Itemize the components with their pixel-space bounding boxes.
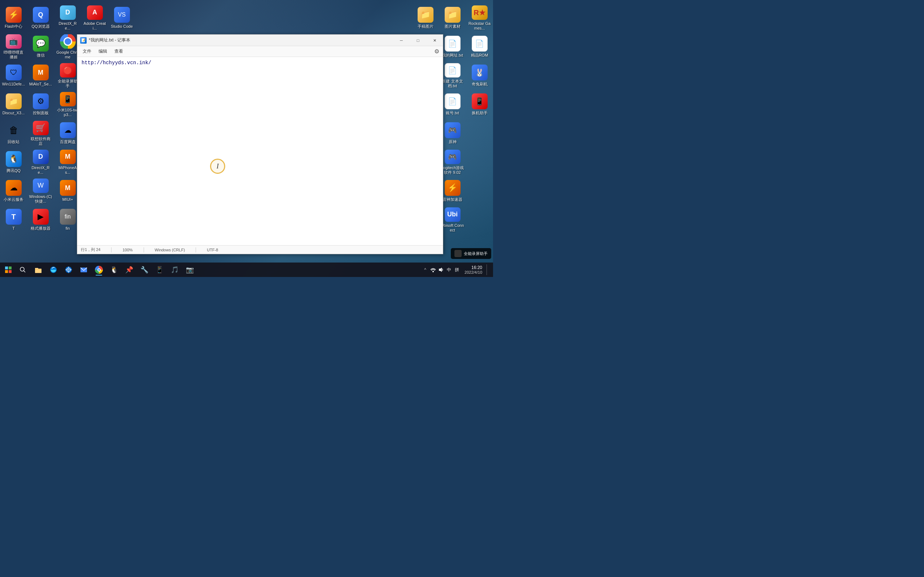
svg-rect-4 [9, 266, 11, 269]
desktop-icon-directx1[interactable]: D DirectX_Re... [27, 148, 54, 177]
svg-point-18 [432, 271, 434, 272]
desktop-icon-wechat[interactable]: 💬 微信 [27, 32, 54, 61]
svg-point-7 [20, 267, 24, 271]
line-ending: Windows (CRLF) [155, 248, 185, 252]
svg-rect-10 [35, 268, 38, 269]
desktop-icon-lenovo-store[interactable]: 🛒 联想软件商店 [27, 119, 54, 148]
tray-pinyin[interactable]: 拼 [454, 266, 460, 273]
desktop-icon-rom[interactable]: 📄 精品ROM [466, 32, 493, 61]
taskbar: 🐧 📌 🔧 📱 🎵 📷 ^ [0, 263, 493, 277]
desktop-icon-format-player[interactable]: ▶ 格式播放器 [27, 206, 54, 234]
desktop-icon-qqbrowser[interactable]: Q QQ浏览器 [27, 3, 54, 32]
close-button[interactable]: ✕ [426, 35, 443, 46]
desktop-icon-xiaomi-cloud[interactable]: ☁ 小米云服务 [0, 177, 27, 206]
cursor-I-beam: I [216, 163, 219, 170]
tray-ime[interactable]: 中 [446, 266, 452, 273]
recording-widget[interactable]: 全能录屏助手 [451, 248, 491, 259]
taskbar-search-button[interactable] [16, 263, 29, 276]
encoding: UTF-8 [207, 248, 218, 252]
notepad-menubar: 文件 编辑 查看 ⚙ [77, 46, 443, 57]
tray-network[interactable] [430, 266, 436, 273]
svg-rect-3 [5, 266, 8, 269]
desktop-icon-adobe[interactable]: A Adobe Creati... [81, 3, 108, 32]
taskbar-item-penguin[interactable]: 🐧 [107, 263, 121, 276]
zoom-level: 100% [122, 248, 132, 252]
status-divider-2 [144, 247, 144, 253]
desktop-icon-flash[interactable]: ⚡ Flash中心 [0, 3, 27, 32]
desktop-icon-win11[interactable]: 🛡 Win11Defe... [0, 61, 27, 90]
clock-time: 16:20 [472, 265, 482, 270]
desktop-icon-transfer[interactable]: 📱 换机助手 [466, 90, 493, 119]
notepad-window: 📝 *我的网址.txt - 记事本 ─ □ ✕ 文件 编辑 查看 ⚙ http:… [77, 34, 443, 254]
taskbar-pinned-items: 🐧 📌 🔧 📱 🎵 📷 [31, 263, 197, 276]
system-clock[interactable]: 16:20 2022/4/10 [462, 265, 485, 274]
cursor-indicator: I [210, 159, 225, 174]
desktop-icon-discuz[interactable]: 📁 Discuz_X3... [0, 90, 27, 119]
taskbar-item-browser2[interactable] [61, 263, 76, 276]
maximize-button[interactable]: □ [410, 35, 426, 46]
taskbar-item-music[interactable]: 🎵 [168, 263, 182, 276]
desktop-icon-windows-c[interactable]: W Windows-(C) 快捷... [27, 177, 54, 206]
taskbar-system-tray: ^ 中 拼 16:20 2022/4/10 [422, 264, 491, 275]
svg-rect-5 [5, 270, 8, 273]
notepad-settings-icon[interactable]: ⚙ [432, 47, 441, 56]
svg-line-8 [24, 271, 26, 272]
menu-view[interactable]: 查看 [111, 47, 127, 56]
desktop-icon-qitu[interactable]: 🐰 奇兔刷机 [466, 61, 493, 90]
taskbar-item-app1[interactable]: 📱 [152, 263, 167, 276]
desktop-icon-rockstar[interactable]: R★ Rockstar Games... [466, 3, 493, 32]
taskbar-item-edge[interactable] [46, 263, 61, 276]
notepad-window-title: *我的网址.txt - 记事本 [89, 37, 440, 43]
desktop-icon-qq[interactable]: 🐧 腾讯QQ [0, 148, 27, 177]
desktop-icon-t[interactable]: T T [0, 206, 27, 234]
desktop-icon-studio-code[interactable]: VS Studio Code [108, 3, 135, 32]
notepad-app-icon: 📝 [80, 37, 87, 44]
desktop-icon-controlpanel[interactable]: ⚙ 控制面板 [27, 90, 54, 119]
show-desktop-button[interactable] [486, 264, 489, 275]
desktop-icon-recycle[interactable]: 🗑 回收站 [0, 119, 27, 148]
taskbar-item-chrome[interactable] [92, 263, 106, 276]
clock-date: 2022/4/10 [465, 270, 482, 274]
minimize-button[interactable]: ─ [393, 35, 410, 46]
desktop-icon-mialot[interactable]: M MiAloT_Se... [27, 61, 54, 90]
taskbar-item-mail[interactable] [76, 263, 91, 276]
recording-label: 全能录屏助手 [464, 251, 488, 256]
tray-volume[interactable] [438, 266, 444, 273]
taskbar-item-camera[interactable]: 📷 [183, 263, 197, 276]
desktop-icon-bilibili[interactable]: 📺 哔哩哔哩直播姬 [0, 32, 27, 61]
notepad-statusbar: 行1，列 24 100% Windows (CRLF) UTF-8 [77, 245, 443, 254]
svg-marker-19 [439, 268, 442, 272]
svg-rect-11 [35, 269, 42, 270]
desktop: 💻 此电脑 ⚡ Flash中心 📺 哔哩哔哩直播姬 🛡 Win11Defe...… [0, 0, 493, 277]
desktop-icon-picture-material[interactable]: 📁 图片素材 [439, 3, 466, 32]
desktop-icon-directx2[interactable]: D DirectX_Re... [54, 3, 81, 32]
taskbar-item-fileexplorer[interactable] [31, 263, 45, 276]
taskbar-item-tool[interactable]: 🔧 [137, 263, 152, 276]
menu-edit[interactable]: 编辑 [95, 47, 111, 56]
taskbar-item-pin[interactable]: 📌 [122, 263, 136, 276]
recording-icon [454, 250, 462, 257]
desktop-icons-left: 💻 此电脑 ⚡ Flash中心 📺 哔哩哔哩直播姬 🛡 Win11Defe...… [0, 0, 74, 263]
tray-show-hidden[interactable]: ^ [422, 266, 428, 273]
notepad-content-area[interactable]: http://hchyyds.vcn.ink/ [77, 57, 443, 245]
desktop-icon-handwritten[interactable]: 📁 手稿图片 [412, 3, 439, 32]
cursor-position: 行1，列 24 [81, 247, 100, 253]
notepad-titlebar: 📝 *我的网址.txt - 记事本 ─ □ ✕ [77, 35, 443, 46]
window-controls: ─ □ ✕ [393, 35, 443, 46]
menu-file[interactable]: 文件 [79, 47, 95, 56]
svg-rect-6 [9, 270, 11, 273]
status-divider-1 [111, 247, 111, 253]
notepad-text-content: http://hchyyds.vcn.ink/ [82, 60, 151, 66]
start-button[interactable] [2, 263, 15, 276]
status-divider-3 [195, 247, 196, 253]
